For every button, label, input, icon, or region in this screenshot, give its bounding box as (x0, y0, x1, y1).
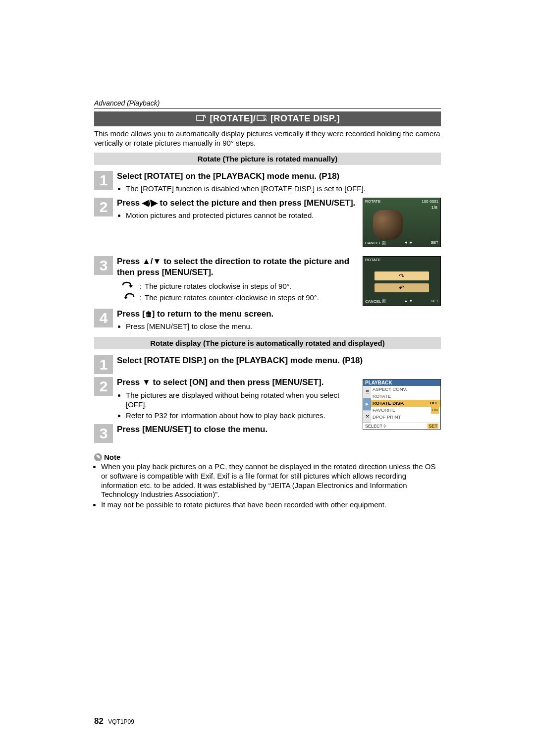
page-title: [ROTATE]/ A [ROTATE DISP.] (94, 111, 441, 126)
step-title: Press ▼ to select [ON] and then press [M… (117, 377, 358, 388)
step-1: 1 Select [ROTATE] on the [PLAYBACK] mode… (94, 171, 441, 195)
section-label: Advanced (Playback) (94, 99, 441, 107)
rotate-auto-icon: A (257, 114, 267, 124)
down-icon: ▼ (142, 378, 151, 387)
rotate-cw-option: ↷ (374, 271, 428, 280)
step-number: 1 (94, 355, 113, 374)
left-right-icon: ◀/▶ (142, 198, 158, 208)
step-number: 1 (94, 171, 113, 190)
page-footer: 82 VQT1P09 (94, 716, 134, 726)
camera-screenshot-select: ROTATE 100-0001 1/6 CANCEL 面 ◄ ► SET (363, 198, 441, 247)
step-title: Select [ROTATE] on the [PLAYBACK] mode m… (117, 171, 441, 182)
menu-item: ROTATE DISP.OFF (371, 400, 440, 407)
divider (94, 108, 441, 108)
step-bullet: Press [MENU/SET] to close the menu. (126, 322, 441, 331)
disp-step-3: 3 Press [MENU/SET] to close the menu. (94, 424, 358, 443)
menu-tab-playback: ▶ (363, 398, 371, 411)
subheader-rotate-disp: Rotate display (The picture is automatic… (94, 337, 441, 349)
step-number: 4 (94, 309, 113, 327)
camera-screenshot-rotate: ROTATE ↷ ↶ CANCEL 面 ▲ ▼ SET (363, 256, 441, 306)
step-bullet: The pictures are displayed without being… (126, 390, 358, 410)
intro-text: This mode allows you to automatically di… (94, 129, 441, 148)
disp-step-1: 1 Select [ROTATE DISP.] on the [PLAYBACK… (94, 355, 441, 374)
trash-icon: 🗑 (145, 310, 152, 318)
up-down-icon: ▲/▼ (142, 257, 161, 266)
doc-code: VQT1P09 (108, 718, 134, 725)
menu-tab-setup: ⚒ (363, 411, 371, 423)
menu-item: ASPECT CONV. (371, 386, 440, 393)
svg-rect-0 (197, 115, 204, 120)
note-bullet: When you play back pictures on a PC, the… (101, 462, 441, 499)
menu-tab: ☰ (363, 386, 371, 398)
note-bullet: It may not be possible to rotate picture… (101, 500, 441, 510)
step-title: Press [MENU/SET] to close the menu. (117, 424, 358, 435)
step-number: 3 (94, 424, 113, 443)
page-number: 82 (94, 716, 104, 726)
rotate-ccw-option: ↶ (374, 283, 428, 292)
step-number: 3 (94, 256, 113, 275)
step-number: 2 (94, 198, 113, 216)
step-2: 2 Press ◀/▶ to select the picture and th… (94, 198, 358, 221)
step-title: Press ◀/▶ to select the picture and then… (117, 198, 358, 209)
step-bullet: The [ROTATE] function is disabled when [… (126, 184, 441, 194)
menu-item: DPOF PRINT (371, 414, 440, 421)
step-3: 3 Press ▲/▼ to select the direction to r… (94, 256, 358, 278)
menu-item: FAVORITEON (371, 407, 440, 414)
step-title: Press [🗑] to return to the menu screen. (117, 309, 441, 320)
svg-text:A: A (264, 117, 267, 122)
camera-menu-screenshot: PLAYBACK ☰ ▶ ⚒ ASPECT CONV.ROTATEROTATE … (363, 379, 441, 430)
rotate-ccw-icon (117, 292, 140, 303)
rotate-cw-icon (117, 281, 140, 291)
manual-page: Advanced (Playback) [ROTATE]/ A [ROTATE … (0, 0, 535, 756)
step-title: Select [ROTATE DISP.] on the [PLAYBACK] … (117, 355, 441, 366)
rotate-icon (196, 114, 206, 124)
step-bullet: Motion pictures and protected pictures c… (126, 211, 358, 220)
menu-item: ROTATE (371, 393, 440, 400)
step-4: 4 Press [🗑] to return to the menu screen… (94, 309, 441, 332)
note-icon: ✎ (94, 453, 102, 461)
svg-rect-1 (257, 115, 264, 120)
step-title: Press ▲/▼ to select the direction to rot… (117, 256, 358, 278)
subheader-rotate: Rotate (The picture is rotated manually) (94, 153, 441, 165)
disp-step-2: 2 Press ▼ to select [ON] and then press … (94, 377, 358, 421)
note-heading: ✎ Note (94, 453, 441, 461)
step-bullet: Refer to P32 for information about how t… (126, 411, 358, 421)
note-list: When you play back pictures on a PC, the… (94, 462, 441, 510)
step-number: 2 (94, 377, 113, 396)
